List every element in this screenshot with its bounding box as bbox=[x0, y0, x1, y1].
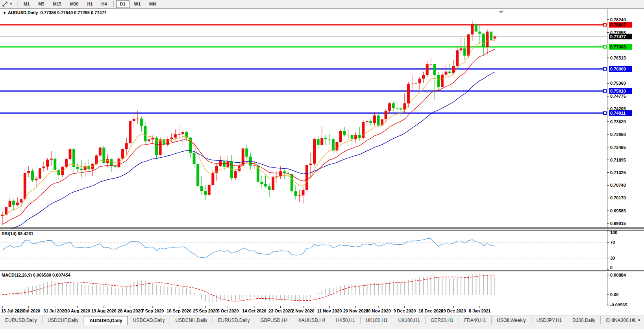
candle-body bbox=[467, 34, 470, 56]
candle-body bbox=[238, 165, 241, 171]
chart-tab-gbpusd-h4[interactable]: GBPUSD,H4 bbox=[255, 316, 293, 324]
symbol-title: AUDUSD,Daily bbox=[8, 10, 38, 15]
price-tick-label: 0.73050 bbox=[610, 132, 626, 137]
candle-body bbox=[403, 103, 406, 110]
candle-body bbox=[377, 115, 380, 125]
candle-body bbox=[245, 149, 248, 157]
chart-tab-usdchf-daily[interactable]: USDCHF,Daily bbox=[43, 316, 84, 324]
candle-body bbox=[294, 191, 297, 196]
mt4-window: ▼ M1M5M15M30H1H4D1W1MN ▼AUDUSD,Daily 0.7… bbox=[0, 0, 644, 329]
hline-handle[interactable] bbox=[603, 89, 606, 92]
candle-body bbox=[309, 164, 312, 165]
candle-body bbox=[211, 173, 214, 185]
chart-tab-uk100-h1[interactable]: UK100,H1 bbox=[361, 316, 393, 324]
chart-tab-eurusd-daily[interactable]: EURUSD,Daily bbox=[213, 316, 255, 324]
hline-price-tag-text: 0.75010 bbox=[610, 89, 626, 93]
timeframe-button-m5[interactable]: M5 bbox=[34, 0, 48, 8]
chart-tab-usdcnh-daily[interactable]: USDCNH,Daily bbox=[170, 316, 213, 324]
date-tick-label: 29 Dec 2020 bbox=[441, 309, 466, 313]
candle-body bbox=[388, 103, 391, 110]
toolbar-grip bbox=[15, 1, 18, 7]
timeframe-button-mn[interactable]: MN bbox=[145, 0, 160, 8]
tabs-scroll-right-icon[interactable]: ► bbox=[638, 318, 642, 322]
candle-body bbox=[264, 184, 267, 186]
timeframe-button-m30[interactable]: M30 bbox=[66, 0, 82, 8]
candle-body bbox=[351, 135, 353, 139]
candle-body bbox=[114, 166, 117, 167]
candle-body bbox=[200, 186, 203, 191]
chart-tab-ger30-h1[interactable]: GER30,H1 bbox=[426, 316, 459, 324]
hline-handle[interactable] bbox=[603, 112, 606, 114]
chart-tab-dj30-daily[interactable]: DJ30,Daily bbox=[567, 316, 601, 324]
chart-tab-usoil-[interactable]: USOil, bbox=[641, 316, 644, 324]
candle-body bbox=[332, 139, 335, 151]
price-tick-label: 0.70170 bbox=[610, 195, 626, 200]
timeframe-button-w1[interactable]: W1 bbox=[130, 0, 145, 8]
ohlc-values: 0.77388 0.77540 0.77255 0.77477 bbox=[40, 10, 106, 15]
chart-tab-hk50-h1[interactable]: HK50,H1 bbox=[331, 316, 361, 324]
rsi-value: 63.4231 bbox=[18, 231, 33, 236]
hline-price-tag-text: 0.74011 bbox=[610, 111, 625, 115]
candle-body bbox=[385, 111, 387, 119]
timeframe-button-h4[interactable]: H4 bbox=[97, 0, 111, 8]
rsi-indicator-pane[interactable]: 10070300 bbox=[0, 230, 644, 270]
price-tick-label: 0.72465 bbox=[610, 145, 626, 150]
hline-handle[interactable] bbox=[603, 24, 606, 26]
candle-body bbox=[433, 64, 436, 75]
candle-body bbox=[415, 83, 417, 84]
candle-body bbox=[76, 167, 79, 169]
price-tick-label: 0.75360 bbox=[610, 81, 626, 86]
chart-tab-audusd-daily[interactable]: AUDUSD,Daily bbox=[84, 316, 128, 325]
timeframe-button-m1[interactable]: M1 bbox=[20, 0, 33, 8]
candle-body bbox=[302, 190, 305, 195]
candle-body bbox=[347, 135, 350, 135]
candle-body bbox=[208, 185, 211, 195]
date-tick-label: 22 Jul 2020 bbox=[17, 309, 40, 313]
crosshair-cursor-icon[interactable] bbox=[1, 1, 9, 7]
chart-tab-eurusd-daily[interactable]: EURUSD,Daily bbox=[0, 316, 43, 324]
candle-body bbox=[328, 139, 331, 139]
chart-title[interactable]: ▼AUDUSD,Daily 0.77388 0.77540 0.77255 0.… bbox=[3, 10, 107, 15]
price-chart-pane[interactable]: 0.782400.776550.765150.753600.747750.742… bbox=[0, 9, 644, 229]
chart-tab-usoil-weekly[interactable]: USOil,Weekly bbox=[492, 316, 531, 324]
hline-handle[interactable] bbox=[603, 45, 606, 48]
timeframe-button-h1[interactable]: H1 bbox=[83, 0, 96, 8]
chart-shift-triangle-icon[interactable] bbox=[498, 11, 504, 13]
candle-body bbox=[320, 138, 323, 145]
chart-tab-xauusd-h4[interactable]: XAUUSD,H4 bbox=[293, 316, 331, 324]
candle-body bbox=[193, 153, 196, 164]
macd-tick-label: 0.00884 bbox=[610, 273, 626, 277]
date-tick-label: 2 Nov 2020 bbox=[292, 309, 314, 313]
candle-body bbox=[152, 138, 154, 139]
collapse-triangle-icon[interactable]: ▼ bbox=[3, 11, 6, 15]
timeframe-button-d1[interactable]: D1 bbox=[116, 0, 130, 8]
chart-tab-fra40-h1[interactable]: FRA40,H1 bbox=[459, 316, 492, 324]
hline-handle[interactable] bbox=[603, 67, 606, 70]
chart-tabbar: EURUSD,DailyUSDCHF,DailyAUDUSD,DailyUSDC… bbox=[0, 316, 644, 329]
rsi-tick-label: 100 bbox=[610, 230, 617, 235]
candle-body bbox=[234, 171, 237, 178]
candle-body bbox=[57, 170, 60, 175]
candle-body bbox=[196, 164, 199, 186]
candle-body bbox=[9, 201, 11, 207]
hline-price-tag-text: 0.77008 bbox=[610, 45, 626, 49]
candle-body bbox=[475, 24, 477, 32]
candle-body bbox=[65, 159, 68, 167]
date-tick-label: 28 Aug 2020 bbox=[118, 309, 143, 313]
tabs-scroll-left-icon[interactable]: ◄ bbox=[631, 318, 635, 322]
cursor-dropdown-caret[interactable]: ▼ bbox=[9, 2, 13, 6]
candle-body bbox=[159, 139, 162, 155]
candle-body bbox=[27, 171, 30, 173]
date-tick-label: 8 Jan 2021 bbox=[469, 309, 491, 313]
macd-indicator-pane[interactable]: 0.008840.00-0.00565 bbox=[0, 272, 644, 306]
chart-tab-usdjpy-h1[interactable]: USDJPY,H1 bbox=[531, 316, 567, 324]
rsi-tick-label: 0 bbox=[610, 265, 613, 270]
date-tick-label: 31 Jul 2020 bbox=[43, 309, 67, 313]
rsi-tick-label: 30 bbox=[610, 256, 615, 260]
candle-body bbox=[144, 126, 146, 141]
chart-tab-uk100-h1[interactable]: UK100,H1 bbox=[393, 316, 426, 324]
candle-body bbox=[452, 66, 455, 73]
chart-tab-usdcad-daily[interactable]: USDCAD,Daily bbox=[128, 316, 170, 324]
date-tick-label: 5 Oct 2020 bbox=[217, 309, 239, 313]
timeframe-button-m15[interactable]: M15 bbox=[49, 0, 65, 8]
